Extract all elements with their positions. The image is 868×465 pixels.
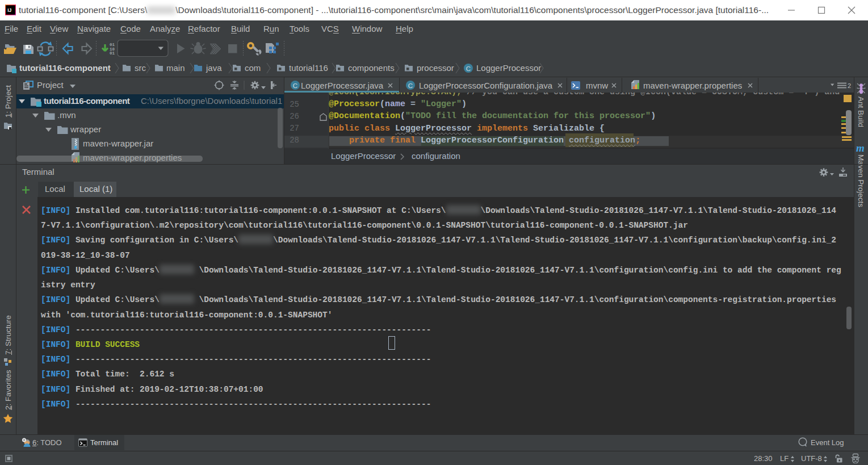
svg-text:01: 01 (110, 51, 115, 56)
svg-text:IJ: IJ (7, 7, 11, 13)
svg-text:C: C (408, 82, 413, 89)
svg-text:2: 2 (848, 82, 851, 89)
svg-text:C: C (466, 65, 471, 72)
svg-text:C: C (293, 82, 297, 89)
